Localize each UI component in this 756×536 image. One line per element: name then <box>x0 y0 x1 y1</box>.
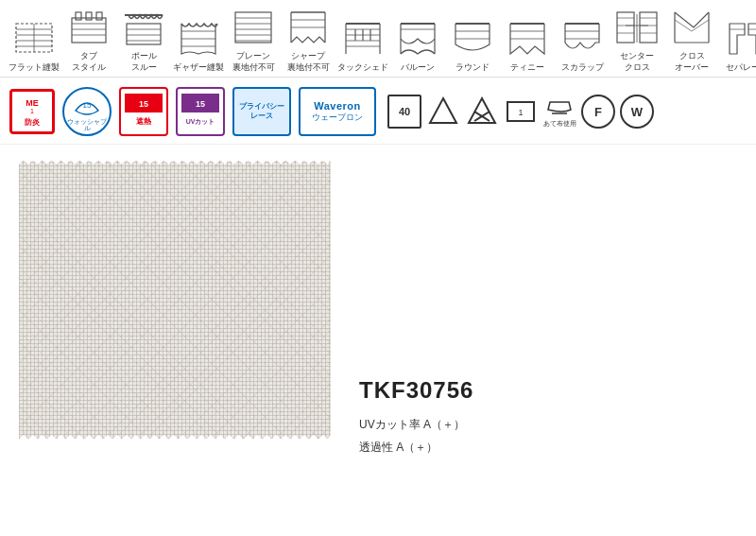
fabric-texture <box>19 160 331 439</box>
waveron-badge: Waveron ウェーブロン <box>299 87 376 136</box>
product-code: TKF30756 <box>359 377 473 404</box>
icon-sharp-label: シャープ裏地付不可 <box>287 51 330 73</box>
curtain-types-row: フラット縫製 タブスタイル <box>0 0 756 78</box>
svg-marker-58 <box>730 24 745 54</box>
svg-rect-6 <box>72 18 106 43</box>
fabric-swatch <box>19 160 331 439</box>
icon-sharp: シャープ裏地付不可 <box>284 8 333 73</box>
transparency-spec: 透過性 A（＋） <box>359 436 473 458</box>
icon-center-cross-label: センタークロス <box>620 51 654 73</box>
uv-cut-spec: UVカット率 A（＋） <box>359 413 473 436</box>
icon-pole-through: ポールスルー <box>119 8 168 73</box>
icon-cross-over: クロスオーバー <box>667 8 716 73</box>
svg-rect-8 <box>86 12 92 20</box>
svg-line-56 <box>675 20 692 31</box>
care-iron-note: あて布使用 <box>543 119 576 129</box>
icon-tuck-shade: タックシェド <box>338 19 387 74</box>
svg-rect-9 <box>96 12 102 20</box>
icon-pole-through-label: ポールスルー <box>131 51 157 73</box>
icon-flat-stitch-label: フラット縫製 <box>9 62 60 74</box>
svg-text:UVカット: UVカット <box>186 118 215 125</box>
svg-rect-7 <box>76 12 81 20</box>
svg-text:15: 15 <box>196 99 205 109</box>
uv-badge: 15 UVカット <box>176 87 225 136</box>
svg-text:15: 15 <box>139 99 148 109</box>
icon-tuck-shade-label: タックシェド <box>337 62 388 74</box>
svg-text:遮熱: 遮熱 <box>136 116 151 126</box>
icon-separate: セパレーツ <box>722 19 756 74</box>
product-section: TKF30756 UVカット率 A（＋） 透過性 A（＋） <box>0 145 756 474</box>
svg-text:1: 1 <box>30 108 34 114</box>
svg-rect-49 <box>640 12 657 43</box>
icon-balloon-label: バルーン <box>401 62 435 74</box>
icon-tiny-label: ティニー <box>510 62 544 74</box>
waveron-label: Waveron <box>314 100 361 112</box>
fire-badge-label: 防炎 <box>25 119 40 127</box>
care-nobleach-symbol <box>465 95 499 129</box>
privacy-label: プライバシーレース <box>239 102 284 122</box>
icon-balloon: バルーン <box>393 19 442 74</box>
icon-plain: プレーン裏地付不可 <box>229 8 278 73</box>
care-wash-symbol: 40 <box>387 95 421 129</box>
care-triangle-symbol <box>426 95 460 129</box>
washable-badge: 15 ウォッシャブル <box>62 87 112 136</box>
svg-text:15: 15 <box>83 101 92 110</box>
icon-separate-label: セパレーツ <box>726 62 757 74</box>
icon-scallop: スカラップ <box>558 19 607 74</box>
svg-rect-48 <box>617 12 634 43</box>
waveron-sublabel: ウェーブロン <box>312 112 363 124</box>
care-symbols: 40 1 あて <box>387 95 654 129</box>
icon-scallop-label: スカラップ <box>561 62 604 74</box>
privacy-badge: プライバシーレース <box>232 87 291 136</box>
icon-gather-stitch-label: ギャザー縫製 <box>173 62 224 74</box>
svg-marker-77 <box>469 98 495 123</box>
icon-flat-stitch: フラット縫製 <box>9 19 59 74</box>
svg-marker-59 <box>748 24 756 54</box>
icon-tab-style: タブスタイル <box>64 8 113 73</box>
svg-text:1: 1 <box>518 108 523 117</box>
care-dry-w-symbol: W <box>620 95 654 129</box>
icon-round-label: ラウンド <box>455 62 490 74</box>
icon-tab-style-label: タブスタイル <box>72 51 106 73</box>
care-dry-f-symbol: F <box>581 95 615 129</box>
product-info: TKF30756 UVカット率 A（＋） 透過性 A（＋） <box>359 160 473 458</box>
washable-label: ウォッシャブル <box>64 118 110 132</box>
fire-badge: ME 1 防炎 <box>9 89 55 134</box>
icon-round: ラウンド <box>448 19 497 74</box>
heat-badge: 15 遮熱 <box>119 87 168 136</box>
svg-text:ME: ME <box>26 98 39 108</box>
svg-rect-14 <box>127 24 161 44</box>
care-iron-symbol: 1 <box>504 95 538 129</box>
icon-center-cross: センタークロス <box>612 8 662 73</box>
icon-gather-stitch: ギャザー縫製 <box>174 19 223 74</box>
svg-marker-76 <box>430 98 456 123</box>
care-iron-low-symbol: あて布使用 <box>542 95 576 129</box>
icon-plain-label: プレーン裏地付不可 <box>232 51 275 73</box>
icon-cross-over-label: クロスオーバー <box>675 51 709 73</box>
icon-tiny: ティニー <box>503 19 552 74</box>
svg-rect-21 <box>235 12 271 43</box>
